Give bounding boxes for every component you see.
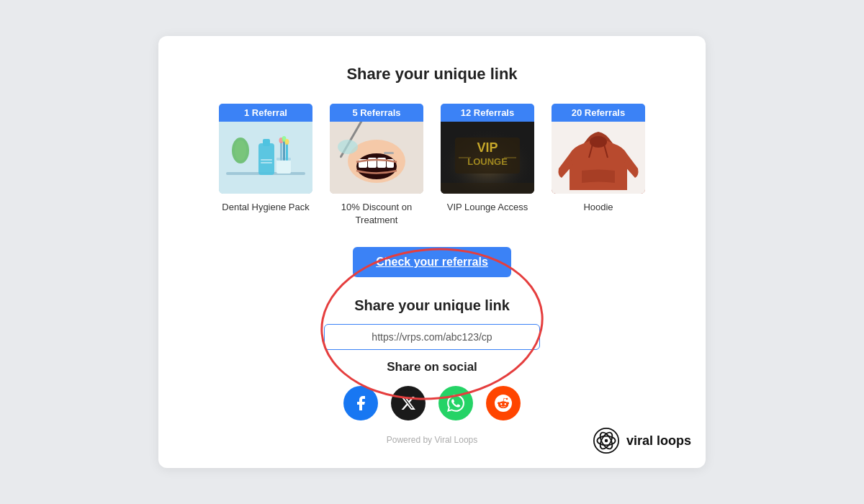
svg-rect-5 <box>261 162 272 163</box>
reward-badge-4: 20 Referrals <box>552 104 645 122</box>
svg-rect-10 <box>286 143 288 161</box>
social-label: Share on social <box>202 360 662 374</box>
svg-text:VIP: VIP <box>477 140 498 155</box>
twitter-share-button[interactable] <box>391 386 426 420</box>
section-title-share: Share your unique link <box>202 297 662 314</box>
svg-rect-4 <box>261 159 272 161</box>
reward-item-1: 1 Referral <box>219 104 312 227</box>
reward-label-2: 10% Discount on Treatment <box>330 201 423 227</box>
reward-badge-3: 12 Referrals <box>441 104 534 122</box>
reward-badge-1: 1 Referral <box>219 104 312 122</box>
rewards-row: 1 Referral <box>202 104 662 227</box>
svg-rect-24 <box>384 152 394 154</box>
viral-loops-brand-name: viral loops <box>626 433 691 449</box>
social-icons-row <box>202 386 662 420</box>
reddit-share-button[interactable] <box>486 386 521 420</box>
main-card: Share your unique link 1 Referral <box>158 36 706 468</box>
reward-label-4: Hoodie <box>583 201 613 214</box>
link-input-wrapper <box>202 324 662 350</box>
reward-label-3: VIP Lounge Access <box>447 201 528 214</box>
unique-link-input[interactable] <box>324 324 540 350</box>
svg-rect-9 <box>283 140 285 161</box>
svg-point-42 <box>605 439 608 443</box>
reward-item-3: 12 Referrals VIP LOUNGE <box>441 104 534 227</box>
reward-image-3: VIP LOUNGE <box>441 122 534 194</box>
svg-point-13 <box>285 139 289 145</box>
svg-text:LOUNGE: LOUNGE <box>467 156 508 167</box>
page-title-top: Share your unique link <box>202 65 662 84</box>
check-referrals-button[interactable]: Check your referrals <box>353 247 511 277</box>
reward-image-2 <box>330 122 423 194</box>
reward-item-2: 5 Referrals <box>330 104 423 227</box>
svg-rect-33 <box>441 183 534 194</box>
reward-badge-2: 5 Referrals <box>330 104 423 122</box>
viral-loops-logo-icon <box>593 428 619 454</box>
facebook-share-button[interactable] <box>343 386 378 420</box>
reward-image-4 <box>552 122 645 194</box>
svg-rect-3 <box>263 139 270 146</box>
reward-image-1 <box>219 122 312 194</box>
svg-rect-8 <box>280 142 282 161</box>
reward-label-1: Dental Hygiene Pack <box>222 201 309 214</box>
svg-point-15 <box>235 140 246 161</box>
viral-loops-brand: viral loops <box>593 428 691 454</box>
reward-item-4: 20 Referrals <box>552 104 645 227</box>
whatsapp-share-button[interactable] <box>438 386 473 420</box>
svg-point-25 <box>338 140 358 154</box>
